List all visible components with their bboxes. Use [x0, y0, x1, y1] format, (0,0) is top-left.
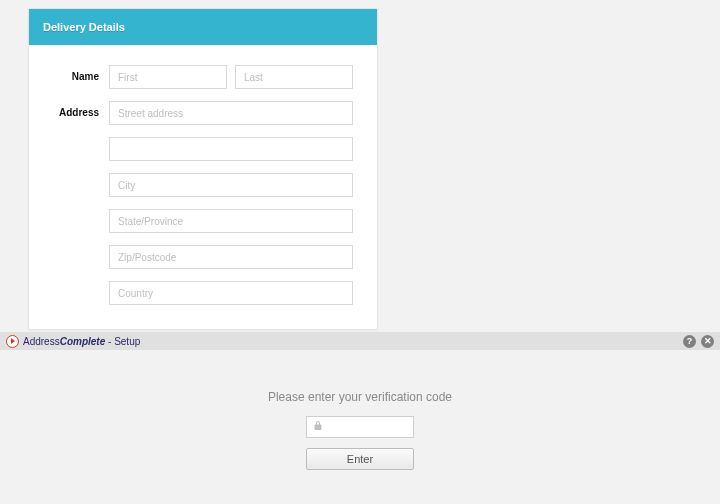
last-name-input[interactable]	[235, 65, 353, 89]
brand-logo-icon	[6, 335, 19, 348]
verification-panel: Please enter your verification code Ente…	[0, 350, 720, 470]
delivery-details-card: Delivery Details Name Address . .	[28, 8, 378, 330]
country-input[interactable]	[109, 281, 353, 305]
first-name-input[interactable]	[109, 65, 227, 89]
city-input[interactable]	[109, 173, 353, 197]
address-line2-input[interactable]	[109, 137, 353, 161]
card-body: Name Address . . .	[29, 45, 377, 329]
zip-input[interactable]	[109, 245, 353, 269]
street-address-input[interactable]	[109, 101, 353, 125]
enter-button[interactable]: Enter	[306, 448, 414, 470]
name-label: Name	[53, 65, 109, 89]
brand-setup: - Setup	[105, 336, 140, 347]
brand-prefix: Address	[23, 336, 60, 347]
brand-text: AddressComplete - Setup	[23, 336, 140, 347]
brand-bold: Complete	[60, 336, 106, 347]
help-icon[interactable]: ?	[683, 335, 696, 348]
verification-prompt: Please enter your verification code	[0, 390, 720, 404]
state-input[interactable]	[109, 209, 353, 233]
close-icon[interactable]: ✕	[701, 335, 714, 348]
setup-toolbar: AddressComplete - Setup ? ✕	[0, 332, 720, 350]
address-label: Address	[53, 101, 109, 125]
card-title: Delivery Details	[29, 9, 377, 45]
verification-code-input[interactable]	[306, 416, 414, 438]
